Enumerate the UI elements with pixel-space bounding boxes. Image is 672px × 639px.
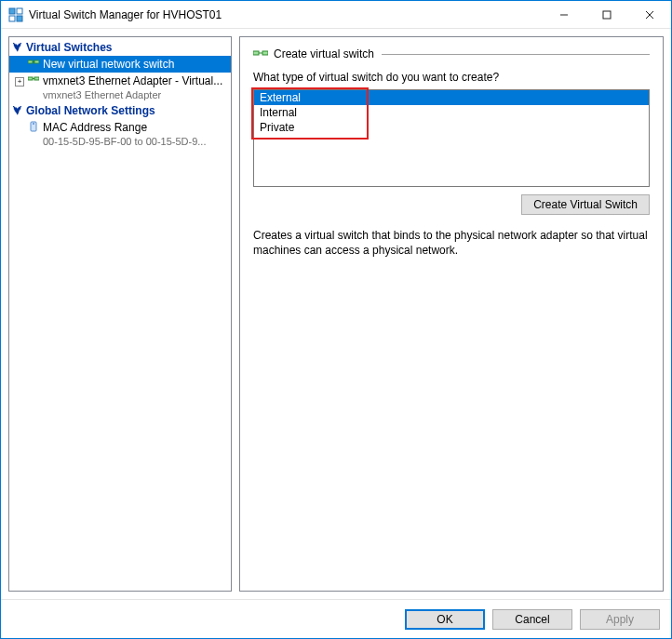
tree-item-label: MAC Address Range (43, 121, 147, 134)
navigation-tree: ⮟ Virtual Switches New virtual network s… (8, 36, 232, 592)
svg-rect-12 (34, 77, 39, 80)
switch-type-description: Creates a virtual switch that binds to t… (253, 228, 650, 258)
svg-rect-5 (603, 11, 611, 19)
tree-section-virtual-switches[interactable]: ⮟ Virtual Switches (9, 39, 231, 56)
content-panel: Create virtual switch What type of virtu… (239, 36, 664, 592)
network-switch-icon (28, 58, 39, 69)
tree-section-global-network-settings[interactable]: ⮟ Global Network Settings (9, 102, 231, 119)
titlebar: Virtual Switch Manager for HVHOST01 (1, 1, 671, 29)
close-button[interactable] (628, 1, 671, 28)
tree-item-new-virtual-switch[interactable]: New virtual network switch (9, 56, 231, 73)
tree-item-vmxnet3-adapter[interactable]: vmxnet3 Ethernet Adapter - Virtual... (9, 73, 231, 89)
svg-rect-11 (28, 77, 33, 80)
body-area: ⮟ Virtual Switches New virtual network s… (1, 29, 671, 599)
tree-item-subtext: vmxnet3 Ethernet Adapter (9, 89, 231, 102)
tree-item-mac-address-range[interactable]: MAC Address Range (9, 119, 231, 136)
section-title: Create virtual switch (274, 47, 374, 60)
svg-rect-17 (262, 51, 268, 55)
app-icon (8, 7, 23, 22)
tree-item-label: New virtual network switch (43, 58, 174, 71)
option-private[interactable]: Private (254, 120, 649, 135)
ok-button[interactable]: OK (405, 609, 485, 630)
svg-rect-1 (17, 8, 22, 14)
svg-rect-16 (253, 51, 259, 55)
dialog-button-bar: OK Cancel Apply (1, 599, 671, 638)
svg-rect-3 (17, 16, 22, 21)
network-switch-icon (253, 47, 268, 61)
option-external[interactable]: External (254, 90, 649, 105)
svg-rect-0 (9, 8, 15, 14)
network-switch-icon (28, 74, 39, 86)
window-controls (543, 1, 671, 28)
cancel-button[interactable]: Cancel (492, 609, 572, 630)
virtual-switch-manager-window: Virtual Switch Manager for HVHOST01 ⮟ Vi… (0, 0, 672, 639)
collapse-caret-icon: ⮟ (13, 43, 22, 52)
prompt-text: What type of virtual switch do you want … (253, 71, 650, 84)
tree-section-label: Global Network Settings (26, 104, 155, 117)
svg-rect-9 (34, 60, 39, 63)
option-internal[interactable]: Internal (254, 105, 649, 120)
apply-button[interactable]: Apply (580, 609, 660, 630)
tree-item-subtext: 00-15-5D-95-BF-00 to 00-15-5D-9... (9, 136, 231, 149)
section-header: Create virtual switch (253, 47, 650, 61)
svg-rect-2 (9, 16, 15, 21)
create-virtual-switch-button[interactable]: Create Virtual Switch (521, 194, 650, 215)
maximize-button[interactable] (585, 1, 628, 28)
tree-item-label: vmxnet3 Ethernet Adapter - Virtual... (43, 74, 222, 87)
collapse-caret-icon: ⮟ (13, 106, 22, 115)
switch-type-listbox[interactable]: External Internal Private (253, 89, 650, 187)
tree-section-label: Virtual Switches (26, 41, 112, 54)
svg-rect-8 (28, 60, 33, 63)
minimize-button[interactable] (543, 1, 585, 28)
section-divider (382, 54, 650, 55)
window-title: Virtual Switch Manager for HVHOST01 (29, 8, 543, 21)
svg-point-15 (33, 123, 34, 125)
mac-range-icon (28, 121, 39, 132)
